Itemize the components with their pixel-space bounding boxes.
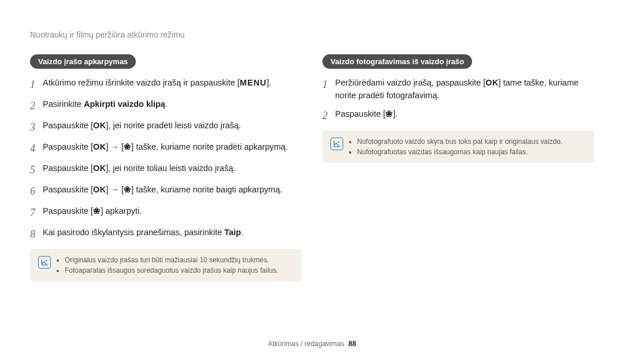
step-number: 8 (30, 226, 43, 242)
step-text: Paspauskite [OK], jei norite pradėti lei… (43, 120, 241, 132)
step-number: 1 (322, 77, 335, 92)
step-item: 6Paspauskite [OK] → [❀] taške, kuriame n… (30, 184, 302, 199)
note-box-right: Nufotografuoto vaizdo skyra bus toks pat… (322, 131, 594, 163)
note-item: Nufotografuotas vaizdas išsaugomas kaip … (357, 147, 563, 157)
left-column: Vaizdo įrašo apkarpymas 1Atkūrimo režimu… (30, 54, 302, 281)
step-number: 1 (30, 77, 43, 92)
step-text: Paspauskite [OK], jei norite toliau leis… (43, 162, 235, 175)
step-item: 1Atkūrimo režimu išrinkite vaizdo įrašą … (30, 77, 302, 92)
flower-glyph: ❀ (385, 108, 393, 121)
step-item: 4Paspauskite [OK] → [❀] taške, kuriame n… (30, 141, 302, 157)
ok-glyph: OK (93, 120, 106, 132)
section-pill-trim: Vaizdo įrašo apkarpymas (30, 54, 136, 69)
step-text: Kai pasirodo iškylantysis pranešimas, pa… (43, 226, 243, 239)
step-text: Peržiūrėdami vaizdo įrašą, paspauskite [… (335, 77, 594, 102)
step-number: 7 (30, 205, 43, 221)
step-text: Atkūrimo režimu išrinkite vaizdo įrašą i… (43, 77, 272, 90)
flower-glyph: ❀ (124, 184, 131, 196)
step-text: Pasirinkite Apkirpti vaizdo klipą. (43, 98, 168, 111)
step-text: Paspauskite [❀]. (335, 108, 398, 121)
step-item: 3Paspauskite [OK], jei norite pradėti le… (30, 120, 302, 135)
breadcrumb: Nuotraukų ir filmų peržiūra atkūrimo rež… (30, 30, 594, 39)
right-column: Vaizdo fotografavimas iš vaizdo įrašo 1P… (322, 54, 594, 281)
step-number: 6 (30, 184, 43, 199)
step-item: 2Pasirinkite Apkirpti vaizdo klipą. (30, 98, 302, 114)
step-item: 7Paspauskite [❀] apkarpyti. (30, 205, 302, 221)
step-item: 8Kai pasirodo iškylantysis pranešimas, p… (30, 226, 302, 242)
note-item: Nufotografuoto vaizdo skyra bus toks pat… (357, 136, 563, 147)
section-pill-capture: Vaizdo fotografavimas iš vaizdo įrašo (322, 54, 472, 69)
ok-glyph: OK (93, 184, 106, 196)
steps-list-left: 1Atkūrimo režimu išrinkite vaizdo įrašą … (30, 77, 302, 242)
step-number: 4 (30, 141, 43, 157)
manual-page: Nuotraukų ir filmų peržiūra atkūrimo rež… (0, 0, 624, 281)
note-icon (38, 256, 51, 269)
step-text: Paspauskite [OK] → [❀] taške, kuriame no… (43, 184, 282, 196)
note-icon (330, 138, 343, 150)
ok-glyph: OK (93, 162, 106, 175)
ok-glyph: OK (93, 141, 106, 154)
note-item: Fotoaparatas išsaugos suredaguotus vaizd… (65, 265, 278, 276)
step-item: 1Peržiūrėdami vaizdo įrašą, paspauskite … (322, 77, 594, 102)
flower-glyph: ❀ (93, 205, 101, 218)
menu-glyph: MENU (240, 77, 267, 90)
step-text: Paspauskite [OK] → [❀] taške, kuriame no… (43, 141, 288, 154)
note-item: Originalus vaizdo įrašas turi būti mažia… (65, 255, 278, 265)
step-number: 3 (30, 120, 43, 135)
step-number: 2 (30, 98, 43, 114)
note-list-right: Nufotografuoto vaizdo skyra bus toks pat… (349, 136, 563, 157)
step-item: 2Paspauskite [❀]. (322, 108, 594, 124)
footer-section: Atkūrimas / redagavimas (268, 340, 344, 348)
footer-page-number: 88 (348, 340, 356, 348)
flower-glyph: ❀ (124, 141, 131, 154)
step-text: Paspauskite [❀] apkarpyti. (43, 205, 142, 218)
steps-list-right: 1Peržiūrėdami vaizdo įrašą, paspauskite … (322, 77, 594, 124)
step-number: 2 (322, 108, 335, 124)
ok-glyph: OK (485, 77, 498, 90)
page-footer: Atkūrimas / redagavimas 88 (0, 340, 624, 348)
step-number: 5 (30, 162, 43, 178)
step-item: 5Paspauskite [OK], jei norite toliau lei… (30, 162, 302, 178)
note-box-left: Originalus vaizdo įrašas turi būti mažia… (30, 249, 302, 281)
note-list-left: Originalus vaizdo įrašas turi būti mažia… (57, 255, 278, 276)
columns: Vaizdo įrašo apkarpymas 1Atkūrimo režimu… (30, 54, 594, 281)
